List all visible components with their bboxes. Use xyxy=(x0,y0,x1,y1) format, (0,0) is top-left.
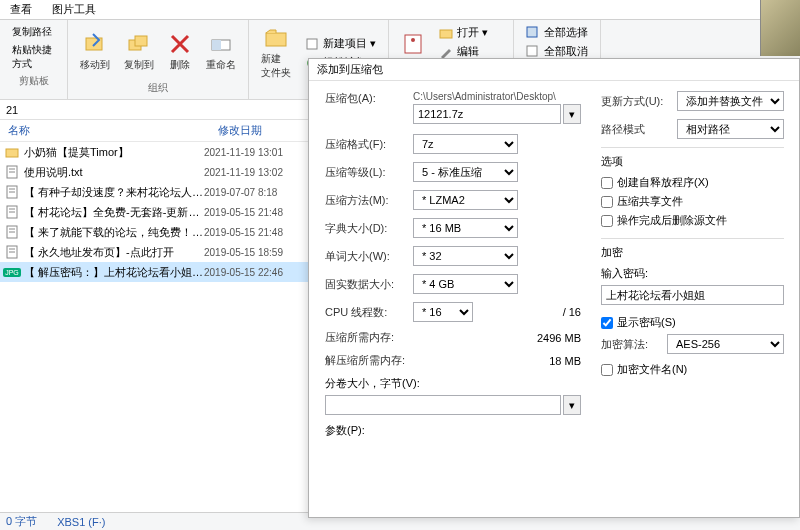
properties-icon xyxy=(401,32,425,56)
pathmode-label: 路径模式 xyxy=(601,122,671,137)
mem-decomp-label: 解压缩所需内存: xyxy=(325,353,445,368)
file-name: 【 永久地址发布页】-点此打开 xyxy=(24,245,204,260)
move-to-icon xyxy=(83,32,107,56)
file-date: 2019-05-15 18:59 xyxy=(204,247,283,258)
split-label: 分卷大小，字节(V): xyxy=(325,376,420,391)
update-label: 更新方式(U): xyxy=(601,94,671,109)
select-all-icon xyxy=(526,26,540,40)
archive-path: C:\Users\Administrator\Desktop\ xyxy=(413,91,581,102)
dialog-title: 添加到压缩包 xyxy=(309,59,799,81)
format-select[interactable]: 7z xyxy=(413,134,518,154)
file-name: 【 村花论坛】全免费-无套路-更新快.txt xyxy=(24,205,204,220)
edit-icon xyxy=(439,45,453,59)
open-menu[interactable]: 打开 ▾ xyxy=(435,24,505,41)
archive-dropdown-button[interactable]: ▾ xyxy=(563,104,581,124)
svg-rect-6 xyxy=(307,39,317,49)
mem-decomp-value: 18 MB xyxy=(451,355,581,367)
word-select[interactable]: * 32 xyxy=(413,246,518,266)
svg-rect-13 xyxy=(527,46,537,56)
opt-delete-after-checkbox[interactable]: 操作完成后删除源文件 xyxy=(601,213,784,228)
tab-picture-tools[interactable]: 图片工具 xyxy=(42,0,106,19)
move-to-button[interactable]: 移动到 xyxy=(76,30,114,74)
archive-label: 压缩包(A): xyxy=(325,91,407,106)
tab-view[interactable]: 查看 xyxy=(0,0,42,19)
opt-sfx-checkbox[interactable]: 创建自释放程序(X) xyxy=(601,175,784,190)
file-name: 【 解压密码：】上村花论坛看小姐姐.jpg xyxy=(24,265,204,280)
column-header-date[interactable]: 修改日期 xyxy=(210,120,271,141)
solid-label: 固实数据大小: xyxy=(325,277,407,292)
column-header-name[interactable]: 名称 xyxy=(0,120,210,141)
file-name: 小奶猫【提莫Timor】 xyxy=(24,145,204,160)
svg-rect-8 xyxy=(405,35,421,53)
update-select[interactable]: 添加并替换文件 xyxy=(677,91,784,111)
level-select[interactable]: 5 - 标准压缩 xyxy=(413,162,518,182)
group-organize-label: 组织 xyxy=(148,81,168,95)
paste-shortcut[interactable]: 粘贴快捷方式 xyxy=(8,42,59,72)
file-date: 2021-11-19 13:02 xyxy=(204,167,283,178)
cpu-total: / 16 xyxy=(563,306,581,318)
status-drive: XBS1 (F·) xyxy=(57,516,105,528)
delete-icon xyxy=(168,32,192,56)
svg-rect-2 xyxy=(135,36,147,46)
text-file-icon xyxy=(4,244,20,260)
word-label: 单词大小(W): xyxy=(325,249,407,264)
encrypt-names-checkbox[interactable]: 加密文件名(N) xyxy=(601,362,784,377)
new-folder-button[interactable]: 新建 文件夹 xyxy=(257,24,295,82)
cpu-label: CPU 线程数: xyxy=(325,305,407,320)
svg-point-9 xyxy=(411,38,415,42)
delete-button[interactable]: 删除 xyxy=(164,30,196,74)
pathmode-select[interactable]: 相对路径 xyxy=(677,119,784,139)
copy-to-button[interactable]: 复制到 xyxy=(120,30,158,74)
encryption-title: 加密 xyxy=(601,245,784,260)
rename-button[interactable]: 重命名 xyxy=(202,30,240,74)
mem-comp-value: 2496 MB xyxy=(451,332,581,344)
encmethod-label: 加密算法: xyxy=(601,337,661,352)
folder-icon xyxy=(4,144,20,160)
open-icon xyxy=(439,26,453,40)
dict-select[interactable]: * 16 MB xyxy=(413,218,518,238)
overlay-image-strip xyxy=(760,0,800,56)
group-clipboard-label: 剪贴板 xyxy=(19,74,49,88)
status-bytes: 0 字节 xyxy=(6,514,37,529)
file-date: 2019-07-07 8:18 xyxy=(204,187,277,198)
format-label: 压缩格式(F): xyxy=(325,137,407,152)
show-password-checkbox[interactable]: 显示密码(S) xyxy=(601,315,784,330)
encmethod-select[interactable]: AES-256 xyxy=(667,334,784,354)
level-label: 压缩等级(L): xyxy=(325,165,407,180)
file-date: 2021-11-19 13:01 xyxy=(204,147,283,158)
split-dropdown-button[interactable]: ▾ xyxy=(563,395,581,415)
split-input[interactable] xyxy=(325,395,561,415)
password-label: 输入密码: xyxy=(601,266,784,281)
file-name: 使用说明.txt xyxy=(24,165,204,180)
text-file-icon xyxy=(4,224,20,240)
text-file-icon xyxy=(4,204,20,220)
solid-select[interactable]: * 4 GB xyxy=(413,274,518,294)
dict-label: 字典大小(D): xyxy=(325,221,407,236)
svg-rect-14 xyxy=(6,149,18,157)
select-all[interactable]: 全部选择 xyxy=(522,24,592,41)
method-select[interactable]: * LZMA2 xyxy=(413,190,518,210)
new-item-menu[interactable]: 新建项目 ▾ xyxy=(301,35,380,52)
cpu-select[interactable]: * 16 xyxy=(413,302,473,322)
password-input[interactable] xyxy=(601,285,784,305)
copy-path[interactable]: 复制路径 xyxy=(8,24,56,40)
file-date: 2019-05-15 21:48 xyxy=(204,227,283,238)
svg-rect-4 xyxy=(212,40,221,50)
params-label: 参数(P): xyxy=(325,423,365,438)
archive-name-input[interactable] xyxy=(413,104,561,124)
text-file-icon xyxy=(4,164,20,180)
file-name: 【 来了就能下载的论坛，纯免费！】.txt xyxy=(24,225,204,240)
breadcrumb-segment[interactable]: 21 xyxy=(6,104,18,116)
image-icon: JPG xyxy=(4,264,20,280)
svg-rect-5 xyxy=(266,33,286,46)
rename-icon xyxy=(209,32,233,56)
method-label: 压缩方法(M): xyxy=(325,193,407,208)
select-none-icon xyxy=(526,45,540,59)
add-to-archive-dialog: 添加到压缩包 压缩包(A): C:\Users\Administrator\De… xyxy=(308,58,800,518)
svg-rect-12 xyxy=(527,27,537,37)
file-date: 2019-05-15 22:46 xyxy=(204,267,283,278)
new-item-icon xyxy=(305,37,319,51)
opt-share-checkbox[interactable]: 压缩共享文件 xyxy=(601,194,784,209)
svg-rect-10 xyxy=(440,30,452,38)
copy-to-icon xyxy=(127,32,151,56)
